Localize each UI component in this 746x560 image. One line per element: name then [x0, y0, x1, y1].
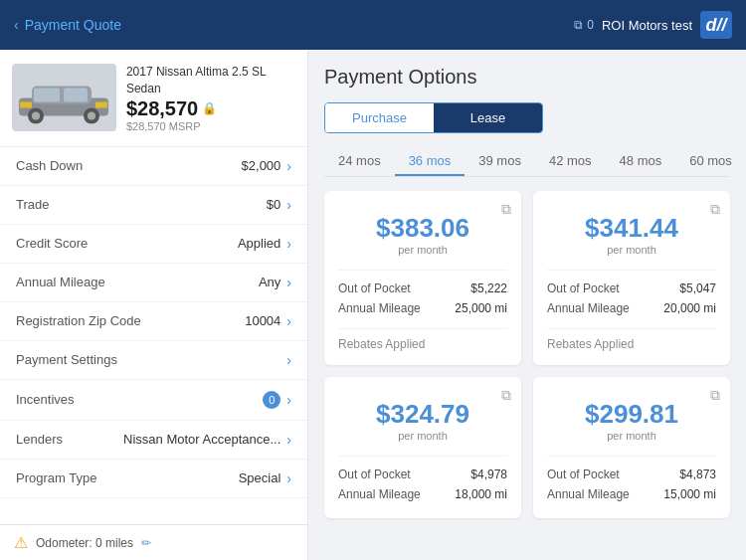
notification-area: ⧉ 0: [574, 18, 594, 32]
tab-48mos[interactable]: 48 mos: [606, 147, 676, 176]
page-title: Payment Options: [324, 66, 730, 89]
zip-label: Registration Zip Code: [16, 313, 141, 328]
payment-card-1: ⧉ $383.06 per month Out of Pocket $5,222…: [324, 191, 521, 365]
card-2-per-month: per month: [547, 244, 716, 256]
credit-score-row[interactable]: Credit Score Applied ›: [0, 225, 307, 264]
card-2-mileage-value: 20,000 mi: [663, 301, 716, 315]
zip-value: 10004: [245, 313, 280, 328]
payment-settings-label: Payment Settings: [16, 352, 117, 367]
copy-icon-1[interactable]: ⧉: [501, 201, 511, 218]
trade-label: Trade: [16, 197, 49, 212]
car-price: $28,570 🔒: [126, 97, 295, 120]
credit-score-value: Applied: [238, 236, 280, 251]
purchase-button[interactable]: Purchase: [325, 103, 434, 132]
card-4-oop-label: Out of Pocket: [547, 467, 620, 481]
program-type-row[interactable]: Program Type Special ›: [0, 460, 307, 498]
header-right: ⧉ 0 ROI Motors test d//: [574, 11, 732, 39]
credit-score-label: Credit Score: [16, 236, 88, 251]
copy-icon: ⧉: [574, 18, 583, 32]
annual-mileage-chevron: ›: [286, 275, 291, 290]
lenders-value: Nissan Motor Acceptance...: [123, 432, 280, 447]
card-3-mileage-value: 18,000 mi: [455, 487, 507, 501]
card-2-oop-label: Out of Pocket: [547, 281, 620, 295]
card-2-mileage-label: Annual Mileage: [547, 301, 630, 315]
card-1-amount: $383.06: [338, 213, 507, 244]
back-label: Payment Quote: [25, 17, 121, 33]
trade-chevron: ›: [286, 197, 291, 213]
incentives-chevron: ›: [286, 392, 291, 408]
card-3-oop-row: Out of Pocket $4,978: [338, 465, 507, 484]
car-msrp: $28,570 MSRP: [126, 120, 295, 132]
payment-settings-chevron: ›: [286, 352, 291, 368]
cash-down-chevron: ›: [286, 158, 291, 174]
card-4-mileage-row: Annual Mileage 15,000 mi: [547, 484, 716, 504]
annual-mileage-row[interactable]: Annual Mileage Any ›: [0, 264, 307, 302]
svg-rect-9: [95, 102, 107, 108]
app-header: ‹ Payment Quote ⧉ 0 ROI Motors test d//: [0, 0, 746, 50]
odometer-text: Odometer: 0 miles: [36, 536, 133, 550]
incentives-label: Incentives: [16, 392, 75, 407]
edit-icon[interactable]: ✏: [141, 536, 151, 550]
warning-icon: ⚠: [14, 533, 28, 552]
notification-count: 0: [587, 18, 594, 32]
back-chevron-icon: ‹: [14, 17, 19, 33]
payment-card-3: ⧉ $324.79 per month Out of Pocket $4,978…: [324, 377, 521, 518]
trade-value: $0: [267, 197, 280, 212]
card-3-mileage-label: Annual Mileage: [338, 487, 421, 501]
card-2-oop-value: $5,047: [679, 281, 716, 295]
credit-score-chevron: ›: [286, 236, 291, 252]
payment-card-2: ⧉ $341.44 per month Out of Pocket $5,047…: [533, 191, 730, 365]
svg-point-5: [88, 112, 95, 120]
zip-row[interactable]: Registration Zip Code 10004 ›: [0, 302, 307, 341]
program-type-label: Program Type: [16, 470, 96, 485]
card-2-oop-row: Out of Pocket $5,047: [547, 279, 716, 298]
annual-mileage-label: Annual Mileage: [16, 275, 105, 289]
card-3-oop-value: $4,978: [470, 467, 507, 481]
card-4-oop-value: $4,873: [679, 467, 716, 481]
lock-icon: 🔒: [202, 101, 217, 115]
incentives-row[interactable]: Incentives 0 ›: [0, 380, 307, 421]
card-1-mileage-row: Annual Mileage 25,000 mi: [338, 298, 507, 318]
svg-point-3: [32, 112, 40, 120]
annual-mileage-value-wrap: Any ›: [259, 275, 291, 290]
zip-value-wrap: 10004 ›: [245, 313, 291, 329]
main-layout: 2017 Nissan Altima 2.5 SL Sedan $28,570 …: [0, 50, 746, 560]
tab-36mos[interactable]: 36 mos: [395, 147, 466, 176]
card-3-oop-label: Out of Pocket: [338, 467, 411, 481]
card-1-oop-value: $5,222: [470, 281, 507, 295]
lenders-chevron: ›: [286, 432, 291, 448]
card-4-oop-row: Out of Pocket $4,873: [547, 465, 716, 484]
card-3-amount: $324.79: [338, 399, 507, 430]
card-2-rebates: Rebates Applied: [547, 328, 716, 351]
lenders-row[interactable]: Lenders Nissan Motor Acceptance... ›: [0, 421, 307, 460]
card-4-per-month: per month: [547, 430, 716, 442]
svg-rect-8: [20, 102, 32, 108]
cash-down-value-wrap: $2,000 ›: [242, 158, 291, 174]
payment-settings-row[interactable]: Payment Settings ›: [0, 341, 307, 380]
cash-down-row[interactable]: Cash Down $2,000 ›: [0, 147, 307, 186]
tab-24mos[interactable]: 24 mos: [324, 147, 395, 176]
tab-60mos[interactable]: 60 mos: [675, 147, 746, 176]
cash-down-value: $2,000: [242, 158, 281, 173]
copy-icon-2[interactable]: ⧉: [710, 201, 720, 218]
dealer-name: ROI Motors test: [602, 18, 692, 33]
incentives-badge: 0: [263, 391, 280, 409]
car-image: [12, 64, 116, 131]
card-1-oop-label: Out of Pocket: [338, 281, 411, 295]
right-panel: Payment Options Purchase Lease 24 mos 36…: [308, 50, 746, 560]
copy-icon-3[interactable]: ⧉: [501, 387, 511, 404]
car-svg: [14, 68, 113, 127]
copy-icon-4[interactable]: ⧉: [710, 387, 720, 404]
trade-row[interactable]: Trade $0 ›: [0, 186, 307, 225]
tab-39mos[interactable]: 39 mos: [465, 147, 535, 176]
card-1-mileage-value: 25,000 mi: [455, 301, 507, 315]
card-3-mileage-row: Annual Mileage 18,000 mi: [338, 484, 507, 504]
purchase-lease-toggle[interactable]: Purchase Lease: [324, 102, 543, 133]
zip-chevron: ›: [286, 313, 291, 329]
card-1-oop-row: Out of Pocket $5,222: [338, 279, 507, 298]
lease-button[interactable]: Lease: [434, 103, 542, 132]
card-1-mileage-label: Annual Mileage: [338, 301, 421, 315]
back-button[interactable]: ‹ Payment Quote: [14, 17, 121, 33]
payment-settings-value-wrap: ›: [286, 352, 291, 368]
tab-42mos[interactable]: 42 mos: [535, 147, 606, 176]
